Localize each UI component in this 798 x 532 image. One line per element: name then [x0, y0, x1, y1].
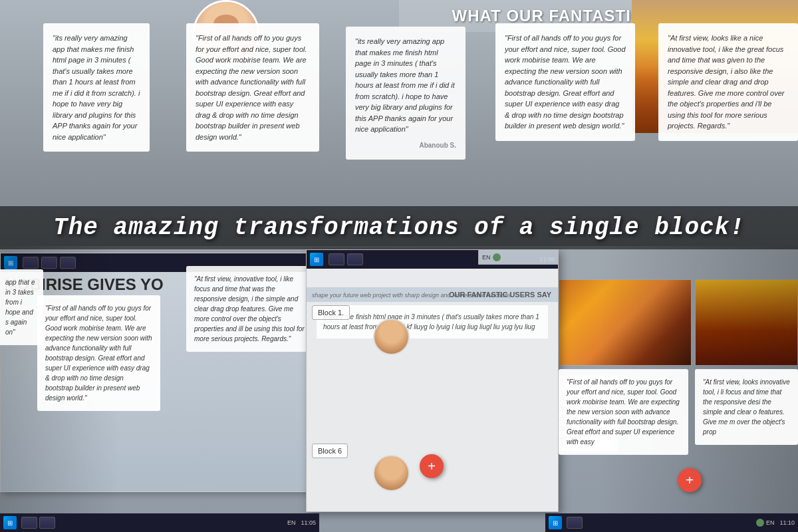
bottom-right-btn[interactable]	[567, 517, 583, 529]
testimonial-card-5: "At first view, looks like a nice innova…	[658, 23, 798, 141]
signal-icon	[756, 519, 764, 527]
network-icon	[493, 253, 501, 261]
main-title: The amazing transformations of a single …	[0, 214, 798, 241]
center-taskbar-btn-1[interactable]	[329, 253, 344, 265]
bottom-far-left-text: app that e in 3 takes from i hope and s …	[5, 279, 35, 336]
lang-left: EN	[287, 519, 296, 526]
language-bar-center: EN	[478, 250, 558, 265]
main-title-banner: The amazing transformations of a single …	[0, 206, 798, 249]
bottom-right-text-2: "At first view, looks innovative tool, i…	[703, 378, 790, 436]
testimonial-text-2: "First of all hands off to you guys for …	[196, 34, 307, 141]
center-taskbar-btn-2[interactable]	[347, 253, 363, 265]
bottom-mid-text: "At first view, innovative tool, i like …	[194, 275, 305, 342]
avatar-center-2	[373, 455, 410, 491]
bottom-right-windows-logo: ⊞	[549, 516, 562, 529]
avatar-center-1	[373, 319, 410, 355]
time-left: 11:05	[301, 519, 316, 526]
bottom-left-text: "First of all hands off to you guys for …	[45, 305, 152, 402]
bottom-left-windows-logo: ⊞	[3, 516, 17, 529]
bottom-section: app that e in 3 takes from i hope and s …	[0, 246, 798, 532]
bottom-taskbar-left: ⊞ EN 11:05	[0, 513, 319, 532]
testimonial-text-1: "its really very amazing app that makes …	[53, 34, 140, 141]
taskbar-button-2[interactable]	[41, 257, 57, 269]
bottom-left-btn-1[interactable]	[21, 517, 37, 529]
time-right: 11:10	[779, 519, 795, 526]
testimonial-card-1: "its really very amazing app that makes …	[43, 23, 150, 152]
lang-label: EN	[482, 254, 491, 261]
testimonial-card-2: "First of all hands off to you guys for …	[186, 23, 319, 152]
taskbar-button-3[interactable]	[60, 257, 76, 269]
bottom-right-clock: EN 11:10	[756, 519, 795, 527]
landscape-bottom-1	[559, 279, 692, 366]
plus-icon-right: +	[686, 471, 694, 489]
center-windows-logo: ⊞	[310, 253, 323, 266]
testimonial-text-5: "At first view, looks like a nice innova…	[668, 34, 784, 130]
plus-icon-center: +	[428, 458, 436, 475]
builder-subtext: shape your future web project with sharp…	[312, 292, 513, 299]
windows-icon: ⊞	[8, 259, 13, 267]
testimonial-text-3: "its really very amazing app that makes …	[355, 37, 455, 133]
lang-right: EN	[766, 519, 775, 526]
bottom-right-text-1: "First of all hands off to you guys for …	[567, 378, 680, 446]
testimonial-card-4: "First of all hands off to you guys for …	[495, 23, 635, 141]
bottom-right-card-2: "At first view, looks innovative tool, i…	[695, 369, 798, 445]
testimonial-card-3: "its really very amazing app that makes …	[346, 27, 466, 160]
reviewer-3: Abanoub S.	[355, 140, 456, 150]
bottom-right-card-1: "First of all hands off to you guys for …	[559, 369, 688, 455]
builder-window-center[interactable]: ⊞ 11:06 EN OUR FANTASTIC USERS SAY shape…	[306, 249, 559, 512]
windows-logo: ⊞	[4, 256, 17, 269]
plus-button-right[interactable]: +	[678, 468, 702, 492]
builder-inner: OUR FANTASTIC USERS SAY shape your futur…	[307, 269, 558, 511]
plus-button-center[interactable]: +	[420, 454, 444, 478]
landscape-bottom-2	[695, 279, 798, 366]
bottom-left-clock: EN 11:05	[287, 519, 316, 526]
taskbar-button-1[interactable]	[23, 257, 39, 269]
bottom-left-btn-2[interactable]	[39, 517, 55, 529]
builder-inner-text: makes me finish html page in 3 minutes (…	[317, 305, 548, 338]
bottom-left-card: "First of all hands off to you guys for …	[37, 295, 160, 411]
block-label-6: Block 6	[312, 444, 348, 458]
taskbar-icons-right: EN	[756, 519, 775, 527]
testimonial-text-4: "First of all hands off to you guys for …	[505, 34, 626, 130]
bottom-mid-card: "At first view, innovative tool, i like …	[186, 266, 316, 352]
block-label-1: Block 1.	[312, 305, 350, 320]
bottom-taskbar-right: ⊞ EN 11:10	[545, 513, 798, 532]
